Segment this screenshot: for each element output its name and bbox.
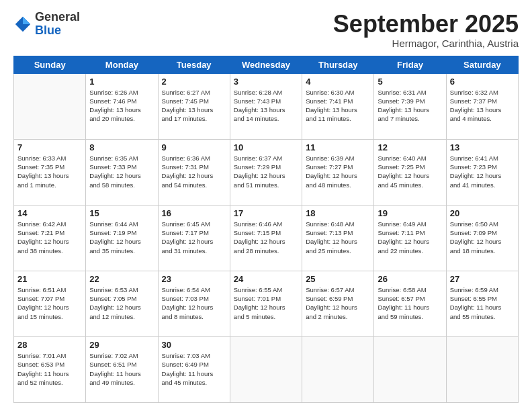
- calendar-cell: 10Sunrise: 6:37 AM Sunset: 7:29 PM Dayli…: [230, 139, 302, 205]
- calendar-cell: 14Sunrise: 6:42 AM Sunset: 7:21 PM Dayli…: [14, 205, 86, 271]
- calendar: SundayMondayTuesdayWednesdayThursdayFrid…: [13, 56, 519, 403]
- header: General Blue September 2025 Hermagor, Ca…: [13, 11, 519, 49]
- day-number: 8: [89, 142, 154, 152]
- calendar-cell: [374, 336, 446, 402]
- calendar-cell: 25Sunrise: 6:57 AM Sunset: 6:59 PM Dayli…: [302, 271, 374, 336]
- calendar-cell: 5Sunrise: 6:31 AM Sunset: 7:39 PM Daylig…: [374, 73, 446, 139]
- day-number: 27: [450, 274, 515, 284]
- logo-icon: [13, 15, 32, 34]
- calendar-cell: 19Sunrise: 6:49 AM Sunset: 7:11 PM Dayli…: [374, 205, 446, 271]
- day-info: Sunrise: 6:58 AM Sunset: 6:57 PM Dayligh…: [378, 285, 442, 321]
- day-info: Sunrise: 6:37 AM Sunset: 7:29 PM Dayligh…: [234, 154, 298, 189]
- weekday-header: Monday: [86, 56, 158, 73]
- logo: General Blue: [13, 11, 80, 38]
- logo-text: General Blue: [35, 11, 80, 38]
- day-number: 2: [162, 77, 226, 87]
- day-info: Sunrise: 6:57 AM Sunset: 6:59 PM Dayligh…: [306, 285, 370, 321]
- weekday-row: SundayMondayTuesdayWednesdayThursdayFrid…: [14, 56, 519, 73]
- calendar-cell: 3Sunrise: 6:28 AM Sunset: 7:43 PM Daylig…: [230, 73, 302, 139]
- calendar-cell: 23Sunrise: 6:54 AM Sunset: 7:03 PM Dayli…: [158, 271, 230, 336]
- day-number: 17: [234, 208, 298, 218]
- calendar-cell: 8Sunrise: 6:35 AM Sunset: 7:33 PM Daylig…: [86, 139, 158, 205]
- day-info: Sunrise: 6:51 AM Sunset: 7:07 PM Dayligh…: [17, 285, 82, 321]
- day-number: 19: [378, 208, 442, 218]
- calendar-cell: 18Sunrise: 6:48 AM Sunset: 7:13 PM Dayli…: [302, 205, 374, 271]
- day-info: Sunrise: 7:01 AM Sunset: 6:53 PM Dayligh…: [17, 351, 82, 387]
- day-number: 12: [378, 142, 442, 152]
- day-info: Sunrise: 6:54 AM Sunset: 7:03 PM Dayligh…: [162, 285, 226, 321]
- day-info: Sunrise: 6:42 AM Sunset: 7:21 PM Dayligh…: [17, 220, 82, 255]
- calendar-cell: 20Sunrise: 6:50 AM Sunset: 7:09 PM Dayli…: [446, 205, 518, 271]
- calendar-cell: 15Sunrise: 6:44 AM Sunset: 7:19 PM Dayli…: [86, 205, 158, 271]
- day-info: Sunrise: 6:49 AM Sunset: 7:11 PM Dayligh…: [378, 220, 442, 255]
- weekday-header: Saturday: [446, 56, 518, 73]
- calendar-header: SundayMondayTuesdayWednesdayThursdayFrid…: [14, 56, 519, 73]
- location: Hermagor, Carinthia, Austria: [333, 38, 519, 49]
- day-info: Sunrise: 6:44 AM Sunset: 7:19 PM Dayligh…: [89, 220, 154, 255]
- calendar-cell: 26Sunrise: 6:58 AM Sunset: 6:57 PM Dayli…: [374, 271, 446, 336]
- day-info: Sunrise: 6:59 AM Sunset: 6:55 PM Dayligh…: [450, 285, 515, 321]
- day-info: Sunrise: 6:28 AM Sunset: 7:43 PM Dayligh…: [234, 88, 298, 124]
- calendar-cell: [302, 336, 374, 402]
- calendar-cell: [14, 73, 86, 139]
- weekday-header: Friday: [374, 56, 446, 73]
- day-number: 28: [17, 340, 82, 350]
- day-number: 30: [162, 340, 226, 350]
- day-number: 23: [162, 274, 226, 284]
- day-number: 5: [378, 77, 442, 87]
- weekday-header: Tuesday: [158, 56, 230, 73]
- calendar-body: 1Sunrise: 6:26 AM Sunset: 7:46 PM Daylig…: [14, 73, 519, 402]
- day-number: 22: [89, 274, 154, 284]
- calendar-cell: 29Sunrise: 7:02 AM Sunset: 6:51 PM Dayli…: [86, 336, 158, 402]
- day-number: 25: [306, 274, 370, 284]
- day-info: Sunrise: 6:36 AM Sunset: 7:31 PM Dayligh…: [162, 154, 226, 189]
- calendar-week-row: 1Sunrise: 6:26 AM Sunset: 7:46 PM Daylig…: [14, 73, 519, 139]
- day-number: 3: [234, 77, 298, 87]
- weekday-header: Wednesday: [230, 56, 302, 73]
- day-info: Sunrise: 7:03 AM Sunset: 6:49 PM Dayligh…: [162, 351, 226, 387]
- day-number: 24: [234, 274, 298, 284]
- calendar-cell: [446, 336, 518, 402]
- calendar-cell: 22Sunrise: 6:53 AM Sunset: 7:05 PM Dayli…: [86, 271, 158, 336]
- svg-marker-1: [23, 17, 30, 24]
- weekday-header: Thursday: [302, 56, 374, 73]
- day-number: 18: [306, 208, 370, 218]
- weekday-header: Sunday: [14, 56, 86, 73]
- logo-blue-text: Blue: [35, 24, 80, 38]
- day-number: 20: [450, 208, 515, 218]
- calendar-cell: 30Sunrise: 7:03 AM Sunset: 6:49 PM Dayli…: [158, 336, 230, 402]
- day-info: Sunrise: 6:35 AM Sunset: 7:33 PM Dayligh…: [89, 154, 154, 189]
- calendar-cell: 27Sunrise: 6:59 AM Sunset: 6:55 PM Dayli…: [446, 271, 518, 336]
- day-info: Sunrise: 6:27 AM Sunset: 7:45 PM Dayligh…: [162, 88, 226, 124]
- day-info: Sunrise: 6:26 AM Sunset: 7:46 PM Dayligh…: [89, 88, 154, 124]
- calendar-cell: 1Sunrise: 6:26 AM Sunset: 7:46 PM Daylig…: [86, 73, 158, 139]
- day-number: 21: [17, 274, 82, 284]
- calendar-week-row: 28Sunrise: 7:01 AM Sunset: 6:53 PM Dayli…: [14, 336, 519, 402]
- calendar-cell: 13Sunrise: 6:41 AM Sunset: 7:23 PM Dayli…: [446, 139, 518, 205]
- day-number: 29: [89, 340, 154, 350]
- page: General Blue September 2025 Hermagor, Ca…: [0, 0, 532, 411]
- month-title: September 2025: [333, 11, 519, 38]
- day-number: 15: [89, 208, 154, 218]
- day-info: Sunrise: 6:48 AM Sunset: 7:13 PM Dayligh…: [306, 220, 370, 255]
- day-info: Sunrise: 6:41 AM Sunset: 7:23 PM Dayligh…: [450, 154, 515, 189]
- calendar-cell: 11Sunrise: 6:39 AM Sunset: 7:27 PM Dayli…: [302, 139, 374, 205]
- calendar-cell: 24Sunrise: 6:55 AM Sunset: 7:01 PM Dayli…: [230, 271, 302, 336]
- day-number: 10: [234, 142, 298, 152]
- calendar-week-row: 21Sunrise: 6:51 AM Sunset: 7:07 PM Dayli…: [14, 271, 519, 336]
- day-number: 9: [162, 142, 226, 152]
- day-info: Sunrise: 6:33 AM Sunset: 7:35 PM Dayligh…: [17, 154, 82, 189]
- day-info: Sunrise: 6:45 AM Sunset: 7:17 PM Dayligh…: [162, 220, 226, 255]
- day-number: 7: [17, 142, 82, 152]
- day-number: 11: [306, 142, 370, 152]
- calendar-week-row: 14Sunrise: 6:42 AM Sunset: 7:21 PM Dayli…: [14, 205, 519, 271]
- day-number: 6: [450, 77, 515, 87]
- day-info: Sunrise: 6:30 AM Sunset: 7:41 PM Dayligh…: [306, 88, 370, 124]
- day-number: 16: [162, 208, 226, 218]
- calendar-cell: 12Sunrise: 6:40 AM Sunset: 7:25 PM Dayli…: [374, 139, 446, 205]
- title-block: September 2025 Hermagor, Carinthia, Aust…: [333, 11, 519, 49]
- day-number: 1: [89, 77, 154, 87]
- day-info: Sunrise: 7:02 AM Sunset: 6:51 PM Dayligh…: [89, 351, 154, 387]
- calendar-cell: 16Sunrise: 6:45 AM Sunset: 7:17 PM Dayli…: [158, 205, 230, 271]
- day-info: Sunrise: 6:32 AM Sunset: 7:37 PM Dayligh…: [450, 88, 515, 124]
